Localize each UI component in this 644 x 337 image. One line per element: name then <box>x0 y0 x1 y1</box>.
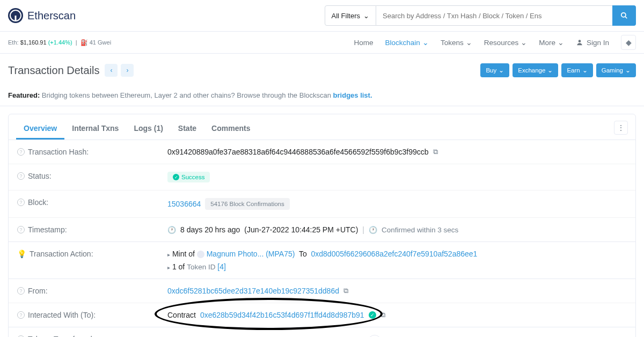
page-title: Transaction Details <box>8 64 99 77</box>
chevron-down-icon: ⌄ <box>363 12 369 20</box>
search-input[interactable] <box>376 5 612 26</box>
copy-from-button[interactable]: ⧉ <box>343 287 348 295</box>
tab-overview[interactable]: Overview <box>16 119 64 140</box>
label-block: Block: <box>28 198 48 207</box>
gas-icon: ⛽ <box>80 39 88 46</box>
nav-resources[interactable]: Resources ⌄ <box>484 38 528 47</box>
search-filter-dropdown[interactable]: All Filters ⌄ <box>325 5 376 26</box>
mint-token-link[interactable]: Magnum Photo... (MPA75) <box>207 250 295 258</box>
label-to: Interacted With (To): <box>28 311 96 319</box>
gas-price: 41 Gwei <box>90 39 111 46</box>
transaction-details-card: Overview Internal Txns Logs (1) State Co… <box>8 114 636 337</box>
featured-banner: Featured: Bridging tokens between Ethere… <box>0 85 644 106</box>
chevron-down-icon: ⌄ <box>499 67 504 74</box>
clock-icon: 🕐 <box>369 226 377 234</box>
clock-icon: 🕐 <box>167 226 176 234</box>
copy-to-button[interactable]: ⧉ <box>380 311 385 319</box>
eth-label: Eth: <box>8 39 19 46</box>
buy-button[interactable]: Buy ⌄ <box>480 63 509 77</box>
help-icon[interactable]: ? <box>17 287 25 295</box>
search-icon <box>620 12 628 19</box>
label-transferred: Tokens Transferred: <box>28 335 94 337</box>
confirmed-within: Confirmed within 3 secs <box>382 226 458 234</box>
to-contract-label: Contract <box>167 311 196 319</box>
chevron-down-icon: ⌄ <box>466 38 472 47</box>
help-icon[interactable]: ? <box>17 172 25 180</box>
eth-price-change: (+1.44%) <box>48 39 72 46</box>
tab-logs[interactable]: Logs (1) <box>126 119 170 140</box>
help-icon[interactable]: ? <box>17 311 25 319</box>
nav-more[interactable]: More ⌄ <box>539 38 564 47</box>
lightbulb-icon: 💡 <box>17 250 26 258</box>
chevron-down-icon: ⌄ <box>422 38 429 47</box>
block-confirmations: 54176 Block Confirmations <box>205 198 289 210</box>
help-icon[interactable]: ? <box>17 148 25 156</box>
search-button[interactable] <box>612 5 636 26</box>
prev-txn-button[interactable]: ‹ <box>105 64 118 77</box>
more-options-button[interactable]: ⋮ <box>614 121 628 135</box>
from-address-link[interactable]: 0xdc6f5281bc65dee2d317e140eb19c927351dd8… <box>167 287 339 295</box>
svg-point-2 <box>579 40 581 42</box>
label-from: From: <box>28 287 48 295</box>
user-icon <box>576 39 583 46</box>
brand-logo[interactable]: Etherscan <box>8 8 76 23</box>
label-txhash: Transaction Hash: <box>28 148 89 156</box>
token-badge-icon: ◆ <box>368 335 382 337</box>
verified-icon: ✓ <box>369 311 376 319</box>
chevron-down-icon: ⌄ <box>558 38 564 47</box>
mint-token-id-link[interactable]: [4] <box>217 262 226 271</box>
txhash-value: 0x91420889a0fe37ae88318a6f64c9446888536a… <box>167 148 429 156</box>
chevron-down-icon: ⌄ <box>625 67 631 74</box>
chevron-down-icon: ⌄ <box>582 67 588 74</box>
exchange-button[interactable]: Exchange ⌄ <box>513 63 558 77</box>
ethereum-network-badge[interactable]: ◆ <box>621 35 636 50</box>
sign-in-button[interactable]: Sign In <box>576 39 609 47</box>
gaming-button[interactable]: Gaming ⌄ <box>596 63 636 77</box>
block-link[interactable]: 15036664 <box>167 200 201 208</box>
eth-price: $1,160.91 <box>20 39 47 46</box>
caret-icon: ▸ <box>167 265 170 270</box>
svg-line-1 <box>625 17 627 19</box>
chevron-down-icon: ⌄ <box>547 67 553 74</box>
timestamp-absolute: (Jun-27-2022 10:44:25 PM +UTC) <box>244 225 358 234</box>
help-icon[interactable]: ? <box>17 199 25 206</box>
to-address-link[interactable]: 0xe628b59d34f42b16c53f4d697f1ffd4d8d987b… <box>200 311 364 319</box>
label-timestamp: Timestamp: <box>28 225 67 234</box>
tab-internal-txns[interactable]: Internal Txns <box>64 119 126 140</box>
nav-home[interactable]: Home <box>354 39 374 47</box>
etherscan-logo-icon <box>8 8 23 23</box>
label-action: Transaction Action: <box>30 250 93 258</box>
nav-tokens[interactable]: Tokens ⌄ <box>441 38 472 47</box>
svg-point-0 <box>621 13 626 17</box>
caret-icon: ▸ <box>167 252 170 258</box>
label-status: Status: <box>28 172 52 180</box>
bridges-list-link[interactable]: bridges list. <box>333 91 372 99</box>
chevron-down-icon: ⌄ <box>521 38 527 47</box>
nav-blockchain[interactable]: Blockchain ⌄ <box>385 38 429 47</box>
mint-to-address-link[interactable]: 0xd8d005f66296068a2efc240f7e5910af52a86e… <box>311 250 478 258</box>
copy-txhash-button[interactable]: ⧉ <box>433 148 438 156</box>
token-icon <box>197 251 204 258</box>
tab-comments[interactable]: Comments <box>204 119 258 140</box>
filter-label: All Filters <box>332 12 360 20</box>
timestamp-relative: 8 days 20 hrs ago <box>180 225 240 234</box>
help-icon[interactable]: ? <box>17 226 25 233</box>
status-badge: Success <box>167 172 210 182</box>
tab-state[interactable]: State <box>171 119 204 140</box>
brand-text: Etherscan <box>27 10 76 22</box>
next-txn-button[interactable]: › <box>121 64 134 77</box>
earn-button[interactable]: Earn ⌄ <box>561 63 592 77</box>
